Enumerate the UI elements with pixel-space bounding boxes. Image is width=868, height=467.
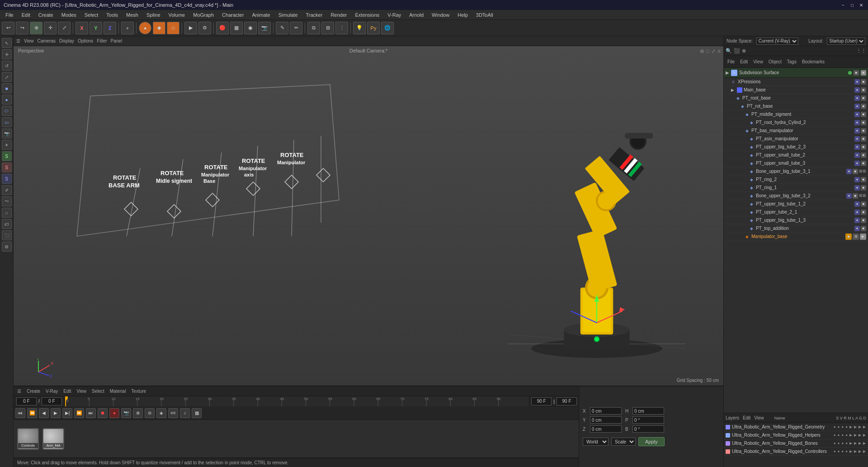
bottom-menu-icon[interactable]: ☰ xyxy=(15,388,23,394)
layer-bones[interactable]: Ultra_Robotic_Arm_Yellow_Rigged_Bones ● … xyxy=(724,439,868,448)
tree-item-ubt12[interactable]: ◈ PT_upper_big_tube_1_2 ● ■ xyxy=(724,200,868,208)
obj-menu-edit[interactable]: Edit xyxy=(738,58,750,65)
obj-mgr-filter-icon[interactable]: ⬛ xyxy=(734,48,740,54)
viewport-fullscreen-icon[interactable]: ⤢ xyxy=(711,48,716,54)
sidebar-cube[interactable]: ■ xyxy=(2,83,12,93)
auto-key-button[interactable]: ● xyxy=(109,408,119,418)
obj-menu-file[interactable]: File xyxy=(726,58,736,65)
scale-select[interactable]: Scale xyxy=(611,438,636,446)
sidebar-light[interactable]: ☀ xyxy=(2,140,12,150)
menu-create[interactable]: Create xyxy=(35,11,57,19)
toolbar-move[interactable]: ✛ xyxy=(44,22,57,34)
viewport-menu-cameras[interactable]: Cameras xyxy=(38,38,56,43)
maximize-button[interactable]: □ xyxy=(849,2,855,8)
end-frame-input[interactable] xyxy=(531,397,552,405)
toolbar-py[interactable]: Py xyxy=(367,22,380,34)
toolbar-sculpt[interactable]: ✏ xyxy=(290,22,302,34)
tree-item-main-base[interactable]: ▶ Main_base ● ■ xyxy=(724,86,868,94)
y-position-input[interactable] xyxy=(590,416,622,424)
world-select[interactable]: World Local Object xyxy=(583,438,609,446)
toolbar-instance[interactable]: ⧉ xyxy=(307,22,320,34)
tree-item-pt-root-hydra[interactable]: ◈ PT_root_hydra_Cylind_2 ● ■ xyxy=(724,119,868,127)
toolbar-add[interactable]: + xyxy=(121,22,134,34)
sidebar-cylinder[interactable]: ⬭ xyxy=(2,106,12,116)
tree-item-pt-ring-2[interactable]: ◈ PT_ring_2 ● ■ xyxy=(724,176,868,184)
add-keyframe-button[interactable]: ⊕ xyxy=(133,408,143,418)
toolbar-array[interactable]: ⊞ xyxy=(321,22,334,34)
material-swatch-controls[interactable]: Controls xyxy=(17,428,39,450)
menu-tracker[interactable]: Tracker xyxy=(302,11,326,19)
toolbar-plugin[interactable]: 🌐 xyxy=(381,22,394,34)
menu-tools[interactable]: Tools xyxy=(103,11,122,19)
sidebar-plane[interactable]: ▭ xyxy=(2,117,12,127)
prev-key-button[interactable]: ⏪ xyxy=(27,408,37,418)
viewport-config-icon[interactable]: ≡ xyxy=(717,48,721,54)
tree-item-bone-ubt31[interactable]: ◈ Bone_upper_big_tube_3_1 ● ■ ⊞⊞ xyxy=(724,167,868,176)
viewport-menu-options[interactable]: Options xyxy=(78,38,93,43)
tree-item-ut21[interactable]: ◈ PT_upper_tube_2_1 ● ■ xyxy=(724,208,868,216)
viewport-menu-filter[interactable]: Filter xyxy=(97,38,107,43)
menu-simulate[interactable]: Simulate xyxy=(275,11,302,19)
tree-item-pt-rot-base[interactable]: ◈ PT_rot_base ● ■ xyxy=(724,102,868,110)
fps-input[interactable] xyxy=(557,397,577,405)
play-button[interactable]: ▶ xyxy=(51,408,61,418)
layers-view[interactable]: View xyxy=(754,415,764,420)
go-to-start-button[interactable]: ⏮ xyxy=(15,408,25,418)
sidebar-sphere[interactable]: ● xyxy=(2,95,12,105)
bottom-menu-material[interactable]: Material xyxy=(108,388,128,394)
menu-3dtoall[interactable]: 3DToAll xyxy=(472,11,497,19)
render-anim-button[interactable]: ▦ xyxy=(192,408,202,418)
p-rotation-input[interactable] xyxy=(632,416,664,424)
tree-item-pt-bas-manip[interactable]: ◈ PT_bas_manipulator ● ■ xyxy=(724,127,868,135)
toolbar-cloner[interactable]: ⋮ xyxy=(335,22,348,34)
bottom-menu-select[interactable]: Select xyxy=(90,388,106,394)
step-back-button[interactable]: ◀ xyxy=(39,408,49,418)
sidebar-deform[interactable]: 〜 xyxy=(2,196,12,206)
sidebar-s3-icon[interactable]: S xyxy=(2,174,12,184)
sidebar-move[interactable]: ✛ xyxy=(2,49,12,59)
viewport-menu-icon[interactable]: ☰ xyxy=(16,38,20,43)
toolbar-light[interactable]: 💡 xyxy=(353,22,366,34)
toolbar-model[interactable]: ● xyxy=(139,22,151,34)
layer-geometry[interactable]: Ultra_Robotic_Arm_Yellow_Rigged_Geometry… xyxy=(724,423,868,431)
go-to-end-button[interactable]: ⏭ xyxy=(86,408,96,418)
obj-mgr-search-icon[interactable]: 🔍 xyxy=(726,48,732,54)
tree-item-manip-base[interactable]: ◈ Manipulator_base ◆ ⊞ ▶ xyxy=(724,233,868,241)
sidebar-scale[interactable]: ⤢ xyxy=(2,72,12,82)
z-position-input[interactable] xyxy=(590,425,622,433)
start-frame-input[interactable] xyxy=(16,397,37,405)
viewport-menu-view[interactable]: View xyxy=(24,38,34,43)
h-rotation-input[interactable] xyxy=(632,407,664,415)
bottom-menu-edit[interactable]: Edit xyxy=(61,388,73,394)
tree-item-ubt13[interactable]: ◈ PT_upper_big_tube_1_3 ● ■ xyxy=(724,216,868,224)
tree-item-upper-small-2[interactable]: ◈ PT_upper_small_tube_2 ● ■ xyxy=(724,151,868,159)
layer-helpers[interactable]: Ultra_Robotic_Arm_Yellow_Rigged_Helpers … xyxy=(724,431,868,439)
sidebar-rotate[interactable]: ↺ xyxy=(2,61,12,71)
toolbar-snap[interactable]: 🔴 xyxy=(216,22,229,34)
next-key-button[interactable]: ⏩ xyxy=(74,408,84,418)
obj-menu-bookmarks[interactable]: Bookmarks xyxy=(800,58,826,65)
tree-item-pt-ring-1[interactable]: ◈ PT_ring_1 ● ■ xyxy=(724,184,868,192)
tree-item-upper-big-2-3[interactable]: ◈ PT_upper_big_tube_2_3 ● ■ xyxy=(724,143,868,151)
menu-mograph[interactable]: MoGraph xyxy=(189,11,217,19)
bottom-menu-vray[interactable]: V-Ray xyxy=(44,388,60,394)
step-forward-button[interactable]: ▶| xyxy=(62,408,72,418)
obj-menu-object[interactable]: Object xyxy=(767,58,783,65)
obj-menu-tags[interactable]: Tags xyxy=(785,58,798,65)
viewport-maximize-icon[interactable]: □ xyxy=(706,48,709,54)
menu-mesh[interactable]: Mesh xyxy=(123,11,142,19)
toolbar-live-select[interactable]: ⊕ xyxy=(30,22,42,34)
toolbar-camera[interactable]: 📷 xyxy=(258,22,271,34)
sidebar-s2-icon[interactable]: S xyxy=(2,162,12,172)
menu-animate[interactable]: Animate xyxy=(248,11,274,19)
toolbar-points[interactable]: ◆ xyxy=(153,22,165,34)
toolbar-edges[interactable]: ◇ xyxy=(167,22,179,34)
menu-help[interactable]: Help xyxy=(454,11,472,19)
sidebar-tag[interactable]: 🏷 xyxy=(2,219,12,229)
toolbar-scale[interactable]: ⤢ xyxy=(58,22,71,34)
toolbar-z-axis[interactable]: Z xyxy=(104,22,116,34)
menu-file[interactable]: File xyxy=(2,11,17,19)
layout-select[interactable]: Startup (User) xyxy=(827,38,865,45)
menu-edit[interactable]: Edit xyxy=(18,11,34,19)
menu-modes[interactable]: Modes xyxy=(58,11,80,19)
